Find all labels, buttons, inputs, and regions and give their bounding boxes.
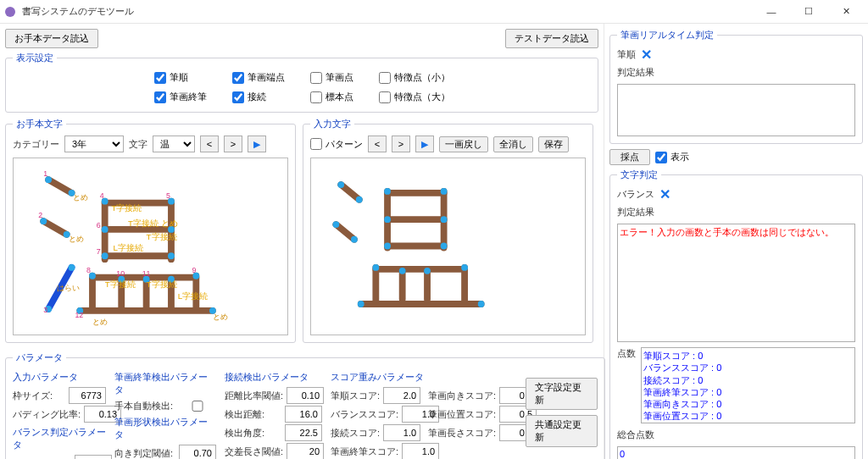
save-button[interactable]: 保存 bbox=[538, 136, 569, 152]
char-select[interactable]: 温 bbox=[153, 135, 195, 152]
svg-text:T字接続: T字接続 bbox=[111, 203, 142, 213]
window-minimize[interactable]: — bbox=[753, 0, 790, 24]
svg-text:T字接続: T字接続 bbox=[147, 232, 177, 241]
input-canvas[interactable] bbox=[310, 158, 586, 335]
svg-text:L字接続: L字接続 bbox=[113, 243, 142, 252]
svg-point-56 bbox=[399, 268, 406, 274]
angle-input[interactable] bbox=[285, 424, 322, 441]
chk-connection[interactable] bbox=[232, 91, 244, 103]
svg-point-53 bbox=[441, 243, 448, 250]
svg-point-58 bbox=[358, 301, 364, 307]
input-play[interactable]: ▶ bbox=[415, 135, 434, 152]
svg-text:2: 2 bbox=[38, 211, 42, 219]
svg-text:8: 8 bbox=[86, 266, 91, 274]
svg-point-50 bbox=[384, 216, 391, 223]
svg-point-52 bbox=[384, 243, 391, 250]
svg-point-49 bbox=[441, 188, 448, 195]
window-title: 書写システムのデモツール bbox=[22, 5, 753, 18]
chk-pattern[interactable] bbox=[310, 138, 322, 150]
judge-result[interactable]: エラー！入力の画数と手本の画数は同じではない。 bbox=[617, 224, 855, 342]
svg-text:T字接続 とめ: T字接続 とめ bbox=[128, 218, 178, 228]
cross-input[interactable] bbox=[287, 443, 324, 459]
svg-text:7: 7 bbox=[97, 247, 101, 256]
svg-text:6: 6 bbox=[97, 221, 101, 230]
svg-point-18 bbox=[168, 252, 175, 259]
order-w-input[interactable] bbox=[383, 387, 420, 404]
svg-text:とめ: とめ bbox=[92, 318, 108, 326]
auto-detect-1[interactable] bbox=[179, 401, 216, 412]
model-next[interactable]: > bbox=[224, 135, 242, 152]
x-icon: ✕ bbox=[659, 186, 670, 202]
chk-end-stroke[interactable] bbox=[154, 91, 166, 103]
window-maximize[interactable]: ☐ bbox=[790, 0, 827, 24]
dist-input[interactable] bbox=[285, 406, 322, 423]
model-play[interactable]: ▶ bbox=[248, 135, 266, 152]
model-canvas[interactable]: 1とめ 2とめ 3はらい 4567 T字接続T字接続 とめT字接続L字接続 89… bbox=[13, 158, 288, 335]
x-icon: ✕ bbox=[641, 47, 652, 63]
chk-show[interactable] bbox=[655, 152, 667, 163]
svg-text:3: 3 bbox=[43, 306, 47, 314]
char-judge-panel: 文字判定 バランス ✕ 判定結果 エラー！入力の画数と手本の画数は同じではない。… bbox=[609, 169, 863, 459]
svg-text:12: 12 bbox=[75, 311, 83, 319]
svg-text:1: 1 bbox=[43, 169, 47, 178]
model-prev[interactable]: < bbox=[200, 135, 219, 152]
load-test-button[interactable]: テストデータ読込 bbox=[505, 29, 598, 48]
clear-button[interactable]: 全消し bbox=[493, 136, 533, 152]
chk-mark-point[interactable] bbox=[310, 91, 322, 103]
svg-point-0 bbox=[5, 7, 15, 17]
chk-stroke-point[interactable] bbox=[310, 72, 322, 84]
svg-point-17 bbox=[102, 252, 108, 259]
chk-feature-large[interactable] bbox=[379, 91, 391, 103]
app-icon bbox=[3, 5, 17, 19]
svg-point-47 bbox=[351, 236, 358, 243]
total-score[interactable]: 0 bbox=[617, 446, 855, 459]
svg-point-48 bbox=[384, 188, 391, 195]
dist-ratio-input[interactable] bbox=[287, 387, 324, 404]
frame-size-input[interactable] bbox=[69, 387, 106, 404]
dir-thr-input[interactable] bbox=[179, 445, 216, 459]
svg-point-44 bbox=[337, 181, 344, 188]
model-char-panel: お手本文字 カテゴリー 3年 文字 温 < > ▶ 1とめ 2とめ 3はらい bbox=[5, 118, 296, 343]
score-list[interactable]: 筆順スコア : 0 バランススコア : 0 接続スコア : 0 筆画終筆スコア … bbox=[641, 347, 855, 423]
display-settings: 表示設定 筆順 筆画終筆 筆画端点 接続 筆画点 標本点 特徴点（小） 特徴点（… bbox=[5, 52, 598, 113]
svg-text:11: 11 bbox=[142, 269, 151, 278]
conn-w-input[interactable] bbox=[383, 424, 420, 441]
parameters-panel: パラメータ 入力パラメータ 枠サイズ: パディング比率: バランス判定パラメータ… bbox=[5, 351, 605, 459]
svg-text:とめ: とめ bbox=[69, 235, 84, 243]
category-select[interactable]: 3年 bbox=[64, 135, 124, 152]
svg-point-57 bbox=[424, 268, 431, 274]
svg-point-54 bbox=[372, 264, 379, 271]
svg-text:T字接続: T字接続 bbox=[147, 279, 177, 289]
realtime-panel: 筆画リアルタイム判定 筆順 ✕ 判定結果 bbox=[609, 29, 863, 144]
chk-feature-small[interactable] bbox=[379, 72, 391, 84]
svg-point-59 bbox=[478, 301, 485, 307]
svg-point-55 bbox=[461, 264, 468, 271]
undo-button[interactable]: 一画戻し bbox=[439, 136, 488, 152]
svg-text:9: 9 bbox=[192, 266, 196, 274]
input-next[interactable]: > bbox=[392, 135, 410, 152]
svg-point-9 bbox=[69, 264, 75, 271]
char-update-button[interactable]: 文字設定更新 bbox=[526, 378, 598, 410]
balance-thr-input[interactable] bbox=[75, 455, 112, 459]
chk-endpoint[interactable] bbox=[232, 72, 244, 84]
svg-text:5: 5 bbox=[166, 191, 170, 200]
realtime-result[interactable] bbox=[617, 84, 855, 136]
window-close[interactable]: ✕ bbox=[827, 0, 865, 24]
common-update-button[interactable]: 共通設定更新 bbox=[526, 415, 598, 447]
svg-point-51 bbox=[441, 216, 448, 223]
svg-text:4: 4 bbox=[100, 191, 104, 200]
svg-text:10: 10 bbox=[116, 269, 125, 278]
input-char-panel: 入力文字 パターン < > ▶ 一画戻し 全消し 保存 bbox=[303, 118, 593, 343]
chk-stroke-order[interactable] bbox=[154, 72, 166, 84]
svg-text:とめ: とめ bbox=[213, 312, 228, 321]
grade-button[interactable]: 採点 bbox=[609, 149, 650, 165]
svg-text:とめ: とめ bbox=[73, 193, 88, 202]
svg-point-46 bbox=[332, 221, 339, 228]
load-model-button[interactable]: お手本データ読込 bbox=[5, 29, 98, 48]
svg-text:はらい: はらい bbox=[57, 284, 80, 292]
svg-text:T字接続: T字接続 bbox=[105, 279, 136, 289]
display-legend: 表示設定 bbox=[13, 52, 57, 64]
svg-point-45 bbox=[356, 196, 363, 203]
input-prev[interactable]: < bbox=[368, 135, 387, 152]
svg-point-15 bbox=[102, 226, 108, 233]
